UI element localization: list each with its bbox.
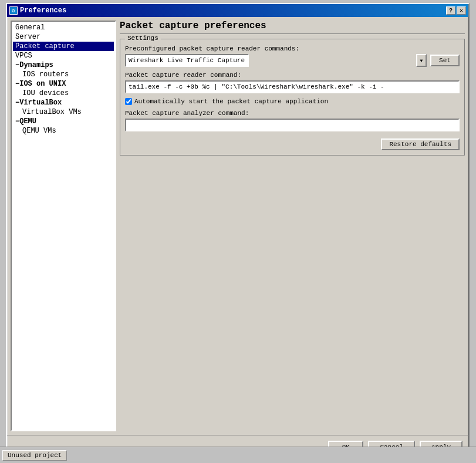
auto-start-row: Automatically start the packet capture a… (125, 98, 460, 105)
dialog-body: General Server Packet capture VPCS −Dyna… (7, 17, 468, 435)
dropdown-row: Wireshark Live Traffic Capture ▼ Set (125, 54, 460, 67)
settings-group: Settings Preconfigured packet capture re… (120, 39, 465, 156)
preferences-dialog: ⚙ Preferences ? ✕ General Server Packet … (6, 3, 470, 459)
tree-item-vpcs[interactable]: VPCS (13, 51, 114, 60)
tree-item-ios-unix[interactable]: −IOS on UNIX (13, 79, 114, 89)
analyzer-command-label: Packet capture analyzer command: (125, 110, 460, 117)
tree-item-server[interactable]: Server (13, 32, 114, 42)
reader-command-input[interactable] (125, 80, 460, 93)
tree-item-ios-routers[interactable]: IOS routers (13, 70, 114, 79)
analyzer-command-input[interactable] (125, 119, 460, 131)
content-panel: Packet capture preferences Settings Prec… (120, 21, 465, 431)
dropdown-wrapper: Wireshark Live Traffic Capture ▼ (125, 54, 427, 67)
tree-item-dynamips[interactable]: −Dynamips (13, 60, 114, 70)
tree-item-qemu-vms[interactable]: QEMU VMs (13, 126, 114, 136)
reader-command-label: Packet capture reader command: (125, 72, 460, 79)
set-button[interactable]: Set (430, 55, 460, 66)
tree-item-packet-capture[interactable]: Packet capture (13, 42, 114, 51)
taskbar-item[interactable]: Unused project (2, 450, 67, 461)
tree-item-virtualbox-vms[interactable]: VirtualBox VMs (13, 107, 114, 117)
window-icon: ⚙ (9, 6, 18, 15)
tree-item-general[interactable]: General (13, 23, 114, 32)
title-bar: ⚙ Preferences ? ✕ (7, 4, 468, 17)
restore-defaults-button[interactable]: Restore defaults (381, 138, 460, 150)
tree-panel: General Server Packet capture VPCS −Dyna… (11, 21, 116, 431)
close-button[interactable]: ✕ (457, 6, 466, 15)
auto-start-label: Automatically start the packet capture a… (134, 98, 328, 105)
restore-btn-row: Restore defaults (125, 138, 460, 150)
tree-item-iou-devices[interactable]: IOU devices (13, 89, 114, 98)
preconfigured-label: Preconfigured packet capture reader comm… (125, 45, 460, 52)
tree-item-virtualbox[interactable]: −VirtualBox (13, 98, 114, 107)
capture-reader-dropdown[interactable]: Wireshark Live Traffic Capture (125, 54, 249, 67)
window-title: Preferences (20, 6, 66, 15)
group-label: Settings (125, 35, 161, 42)
dropdown-arrow-icon[interactable]: ▼ (416, 54, 427, 67)
auto-start-checkbox[interactable] (125, 98, 132, 105)
help-button[interactable]: ? (446, 6, 455, 15)
section-title: Packet capture preferences (120, 21, 465, 34)
taskbar: Unused project (0, 447, 476, 463)
tree-item-qemu[interactable]: −QEMU (13, 117, 114, 126)
